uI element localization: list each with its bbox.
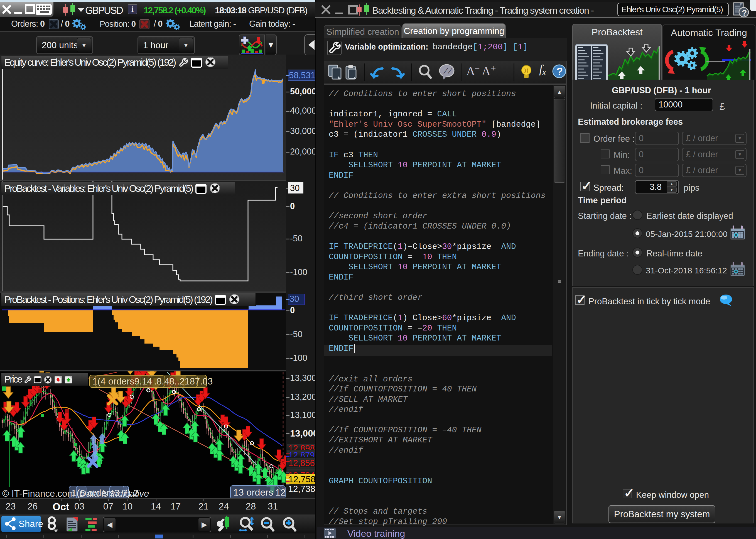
svg-text:?: ? <box>742 8 747 17</box>
svg-text://: // <box>443 67 453 76</box>
svg-text:?: ? <box>557 66 563 77</box>
svg-text:© IT-Finance.com Data is indic: © IT-Finance.com Data is indicative <box>2 488 149 499</box>
svg-text:1(4 orders9.14 .8.48..2187.03: 1(4 orders9.14 .8.48..2187.03 <box>92 376 213 386</box>
svg-text:13 orders 12,7: 13 orders 12,7 <box>233 487 287 498</box>
